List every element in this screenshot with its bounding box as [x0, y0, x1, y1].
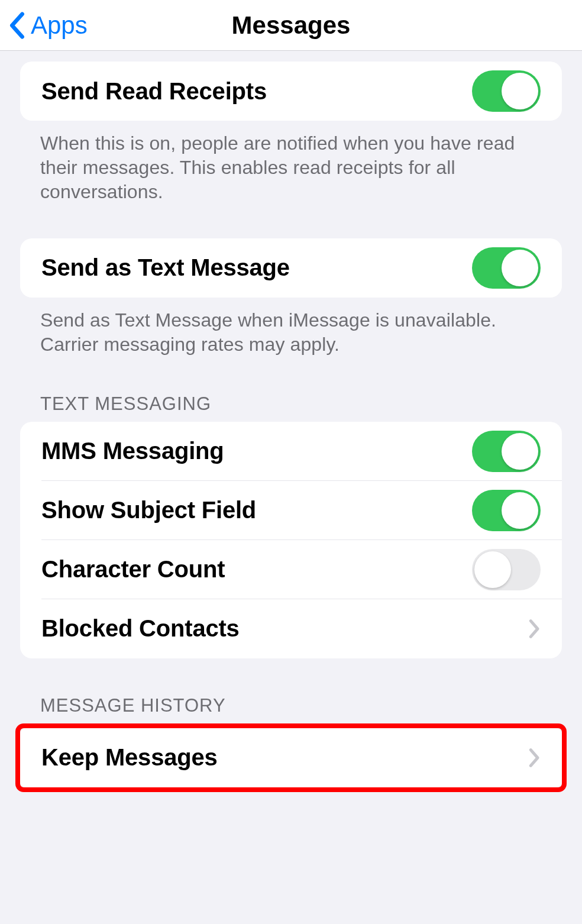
navigation-bar: Apps Messages: [0, 0, 582, 51]
highlight-annotation: Keep Messages: [15, 723, 567, 792]
read-receipts-row[interactable]: Send Read Receipts: [20, 62, 562, 121]
mms-messaging-row[interactable]: MMS Messaging: [20, 422, 562, 481]
read-receipts-label: Send Read Receipts: [41, 78, 267, 105]
send-as-text-label: Send as Text Message: [41, 254, 290, 281]
text-messaging-group: MMS Messaging Show Subject Field Charact…: [20, 422, 562, 658]
character-count-row[interactable]: Character Count: [20, 540, 562, 599]
keep-messages-label: Keep Messages: [41, 744, 218, 771]
read-receipts-group: Send Read Receipts: [20, 62, 562, 121]
back-label: Apps: [31, 11, 88, 40]
settings-content: Send Read Receipts When this is on, peop…: [0, 51, 582, 792]
text-messaging-header: TEXT MESSAGING: [0, 357, 582, 422]
message-history-header: MESSAGE HISTORY: [0, 658, 582, 723]
mms-messaging-toggle[interactable]: [472, 431, 541, 472]
send-as-text-row[interactable]: Send as Text Message: [20, 238, 562, 298]
read-receipts-description: When this is on, people are notified whe…: [0, 121, 582, 204]
blocked-contacts-row[interactable]: Blocked Contacts: [20, 599, 562, 658]
mms-messaging-label: MMS Messaging: [41, 438, 224, 464]
send-as-text-description: Send as Text Message when iMessage is un…: [0, 298, 582, 357]
keep-messages-row[interactable]: Keep Messages: [20, 728, 562, 787]
character-count-toggle[interactable]: [472, 549, 541, 590]
show-subject-row[interactable]: Show Subject Field: [20, 481, 562, 540]
blocked-contacts-label: Blocked Contacts: [41, 615, 240, 642]
chevron-left-icon: [8, 12, 25, 39]
back-button[interactable]: Apps: [0, 11, 88, 40]
show-subject-toggle[interactable]: [472, 490, 541, 531]
chevron-right-icon: [529, 748, 541, 768]
send-as-text-group: Send as Text Message: [20, 238, 562, 298]
character-count-label: Character Count: [41, 556, 225, 583]
show-subject-label: Show Subject Field: [41, 497, 256, 524]
read-receipts-toggle[interactable]: [472, 70, 541, 112]
chevron-right-icon: [529, 619, 541, 639]
message-history-group: Keep Messages: [20, 728, 562, 787]
send-as-text-toggle[interactable]: [472, 247, 541, 289]
